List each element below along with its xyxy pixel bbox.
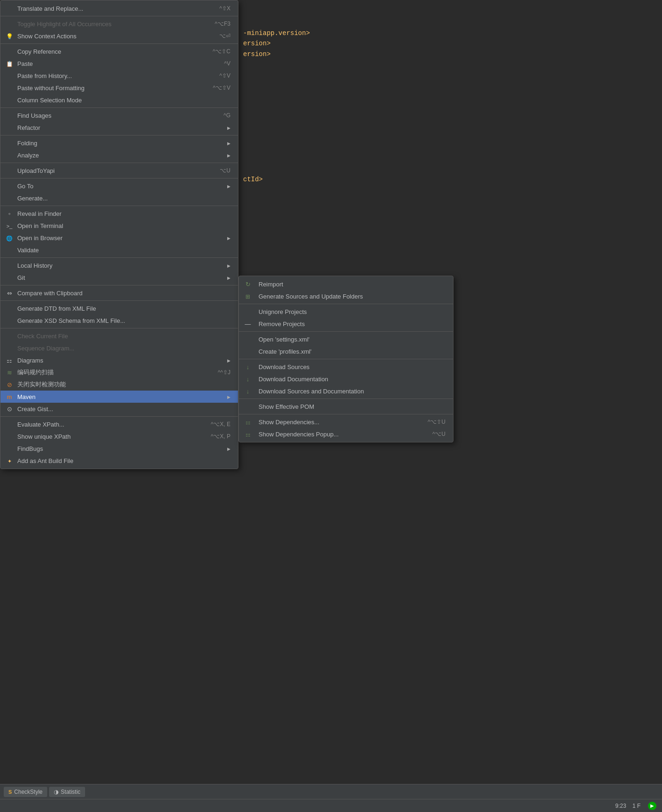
menu-item-upload-to-yapi[interactable]: UploadToYapi⌥U: [0, 164, 238, 177]
menu-separator: [0, 163, 238, 163]
menu-item-label-translate-replace: Translate and Replace...: [17, 5, 210, 12]
menu-item-go-to[interactable]: Go To: [0, 180, 238, 192]
menu-item-refactor[interactable]: Refactor: [0, 121, 238, 134]
shortcut-evaluate-xpath: ^⌥X, E: [211, 421, 230, 427]
download-icon: [243, 386, 253, 396]
submenu-arrow-refactor: [227, 125, 230, 130]
menu-item-paste-from-history[interactable]: Paste from History...^⇧V: [0, 70, 238, 82]
menu-item-label-evaluate-xpath: Evaluate XPath...: [17, 421, 201, 428]
menu-item-label-coding-rules: 编码规约扫描: [17, 368, 209, 377]
menu-item-paste[interactable]: Paste^V: [0, 57, 238, 70]
menu-item-open-browser[interactable]: Open in Browser: [0, 232, 238, 244]
tab-statistic[interactable]: ◑ Statistic: [49, 787, 85, 797]
menu-item-folding[interactable]: Folding: [0, 137, 238, 149]
menu-item-analyze[interactable]: Analyze: [0, 149, 238, 161]
bottom-tabs: S CheckStyle ◑ Statistic: [0, 784, 662, 799]
menu-item-generate-xsd[interactable]: Generate XSD Schema from XML File...: [0, 314, 238, 327]
menu-item-translate-replace[interactable]: Translate and Replace...^⇧X: [0, 2, 238, 14]
tab-checkstyle[interactable]: S CheckStyle: [4, 787, 47, 797]
submenu-item-remove-projects[interactable]: —Remove Projects: [239, 318, 453, 330]
menu-item-generate[interactable]: Generate...: [0, 192, 238, 204]
menu-item-maven[interactable]: Maven: [0, 391, 238, 403]
menu-item-validate[interactable]: Validate: [0, 244, 238, 256]
submenu-item-download-sources[interactable]: Download Sources: [239, 361, 453, 373]
submenu-item-show-effective-pom[interactable]: Show Effective POM: [239, 400, 453, 413]
checkstyle-icon: S: [8, 789, 12, 795]
menu-item-diagrams[interactable]: Diagrams: [0, 354, 238, 366]
menu-item-open-terminal[interactable]: Open in Terminal: [0, 220, 238, 232]
download-icon: [243, 362, 253, 372]
submenu-separator: [239, 331, 453, 332]
submenu-item-show-dependencies-popup[interactable]: Show Dependencies Popup...^⌥U: [239, 428, 453, 440]
menu-item-show-context-actions[interactable]: Show Context Actions⌥⏎: [0, 30, 238, 42]
menu-item-local-history[interactable]: Local History: [0, 259, 238, 271]
menu-item-create-gist[interactable]: Create Gist...: [0, 403, 238, 415]
menu-item-find-usages[interactable]: Find Usages^G: [0, 109, 238, 121]
menu-item-label-local-history: Local History: [17, 262, 225, 269]
submenu-item-download-sources-docs[interactable]: Download Sources and Documentation: [239, 385, 453, 397]
submenu-item-open-settings-xml[interactable]: Open 'settings.xml': [239, 333, 453, 345]
menu-item-sequence-diagram: Sequence Diagram...: [0, 342, 238, 354]
menu-item-add-ant-build[interactable]: Add as Ant Build File: [0, 455, 238, 467]
menu-item-compare-clipboard[interactable]: Compare with Clipboard: [0, 287, 238, 299]
menu-item-label-find-usages: Find Usages: [17, 112, 214, 119]
submenu-label-unignore-projects: Unignore Projects: [259, 308, 446, 315]
menu-item-label-analyze: Analyze: [17, 152, 225, 159]
menu-item-column-selection[interactable]: Column Selection Mode: [0, 94, 238, 106]
submenu-label-generate-sources: Generate Sources and Update Folders: [259, 293, 446, 300]
menu-item-evaluate-xpath[interactable]: Evaluate XPath...^⌥X, E: [0, 418, 238, 430]
submenu-separator: [239, 304, 453, 304]
menu-item-paste-without-formatting[interactable]: Paste without Formatting^⌥⇧V: [0, 82, 238, 94]
menu-item-label-copy-reference: Copy Reference: [17, 48, 203, 55]
time-display: 9:23: [615, 803, 626, 809]
shortcut-copy-reference: ^⌥⇧C: [213, 48, 230, 55]
submenu-item-download-documentation[interactable]: Download Documentation: [239, 373, 453, 385]
menu-item-reveal-finder[interactable]: Reveal in Finder: [0, 207, 238, 220]
submenu-arrow-maven: [227, 394, 230, 399]
menu-item-coding-rules[interactable]: 编码规约扫描^^⇧J: [0, 366, 238, 378]
line-info-display: 1 F: [633, 803, 640, 809]
submenu-item-create-profiles-xml[interactable]: Create 'profiles.xml': [239, 345, 453, 357]
submenu-arrow-findbugs: [227, 446, 230, 451]
statistic-label: Statistic: [61, 789, 80, 795]
submenu-item-unignore-projects[interactable]: Unignore Projects: [239, 306, 453, 318]
menu-separator: [0, 178, 238, 178]
submenu-arrow-open-browser: [227, 235, 230, 241]
code-line-1: -miniapp.version>: [243, 28, 310, 38]
menu-item-label-upload-to-yapi: UploadToYapi: [17, 167, 210, 174]
shortcut-coding-rules: ^^⇧J: [218, 369, 230, 376]
browser-icon: [4, 233, 14, 243]
menu-item-label-column-selection: Column Selection Mode: [17, 97, 230, 104]
coding-icon: [4, 367, 14, 378]
menu-item-label-close-realtime: 关闭实时检测功能: [17, 380, 230, 389]
menu-item-label-paste-without-formatting: Paste without Formatting: [17, 85, 203, 92]
context-menu: Translate and Replace...^⇧XToggle Highli…: [0, 0, 238, 469]
maven-icon: [4, 392, 14, 402]
menu-item-findbugs[interactable]: FindBugs: [0, 442, 238, 455]
shortcut-paste-without-formatting: ^⌥⇧V: [213, 85, 230, 91]
menu-item-generate-dtd[interactable]: Generate DTD from XML File: [0, 302, 238, 314]
generate-icon: [243, 291, 253, 301]
status-bar: 9:23 1 F ▶: [0, 799, 662, 812]
submenu-label-show-dependencies: Show Dependencies...: [259, 419, 418, 426]
menu-separator: [0, 416, 238, 417]
submenu-item-generate-sources[interactable]: Generate Sources and Update Folders: [239, 290, 453, 302]
submenu-arrow-folding: [227, 141, 230, 146]
menu-item-copy-reference[interactable]: Copy Reference^⌥⇧C: [0, 45, 238, 57]
menu-item-close-realtime[interactable]: 关闭实时检测功能: [0, 378, 238, 391]
submenu-label-create-profiles-xml: Create 'profiles.xml': [259, 348, 446, 355]
menu-item-show-unique-xpath[interactable]: Show unique XPath^⌥X, P: [0, 430, 238, 442]
menu-item-label-compare-clipboard: Compare with Clipboard: [17, 290, 230, 297]
submenu-label-download-documentation: Download Documentation: [259, 376, 446, 383]
submenu-item-reimport[interactable]: Reimport: [239, 278, 453, 290]
shortcut-translate-replace: ^⇧X: [219, 5, 230, 12]
menu-item-label-open-terminal: Open in Terminal: [17, 222, 230, 229]
shortcut-toggle-highlight: ^⌥F3: [215, 21, 230, 27]
menu-item-label-git: Git: [17, 274, 225, 281]
submenu-arrow-git: [227, 275, 230, 280]
menu-item-git[interactable]: Git: [0, 271, 238, 284]
run-button[interactable]: ▶: [648, 802, 656, 810]
menu-item-label-paste: Paste: [17, 60, 215, 67]
menu-item-label-go-to: Go To: [17, 183, 225, 190]
submenu-item-show-dependencies[interactable]: Show Dependencies...^⌥⇧U: [239, 416, 453, 428]
